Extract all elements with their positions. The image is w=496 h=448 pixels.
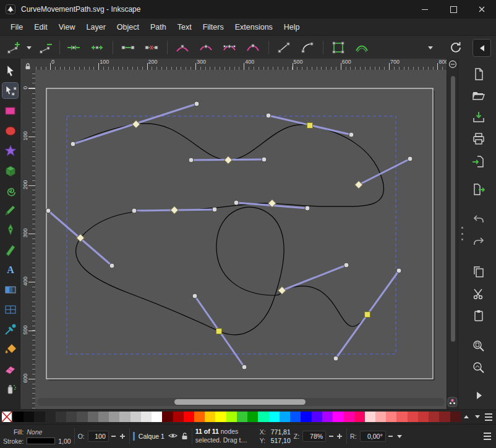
fill-stroke-indicator[interactable]: Fill: None Stroke: 1,00: [3, 428, 71, 445]
palette-swatch[interactable]: [365, 412, 375, 422]
control-handle[interactable]: [333, 356, 338, 361]
import-button[interactable]: [471, 154, 487, 170]
palette-swatch[interactable]: [162, 412, 173, 422]
menu-object[interactable]: Object: [111, 20, 145, 34]
control-handle[interactable]: [71, 142, 75, 146]
corner-node-button[interactable]: [174, 40, 190, 56]
auto-smooth-node-button[interactable]: [245, 40, 261, 56]
rotation-decrease-button[interactable]: [387, 431, 395, 442]
palette-swatch[interactable]: [375, 412, 386, 422]
join-nodes-button[interactable]: [66, 40, 82, 56]
pencil-tool[interactable]: [2, 202, 18, 218]
line-segment-button[interactable]: [276, 40, 292, 56]
collapse-panel-button[interactable]: [472, 39, 491, 57]
palette-swatch[interactable]: [130, 412, 141, 422]
control-handle[interactable]: [212, 207, 217, 212]
palette-swatch[interactable]: [77, 412, 87, 422]
duplicate-button[interactable]: [471, 264, 487, 280]
control-handle[interactable]: [192, 294, 197, 298]
drawing-svg[interactable]: [35, 70, 447, 409]
palette-swatch[interactable]: [343, 412, 354, 422]
menu-file[interactable]: File: [5, 20, 28, 34]
horizontal-scrollbar-thumb[interactable]: [174, 399, 306, 405]
path-node-square[interactable]: [365, 312, 370, 318]
palette-swatch[interactable]: [88, 412, 98, 422]
export-button[interactable]: [471, 182, 487, 198]
insert-node-button[interactable]: [6, 40, 22, 56]
symmetric-node-button[interactable]: [221, 40, 237, 56]
palette-swatch[interactable]: [226, 412, 237, 422]
palette-menu-button[interactable]: [483, 412, 494, 423]
path-node-square[interactable]: [307, 123, 313, 129]
palette-swatch[interactable]: [215, 412, 226, 422]
control-handle[interactable]: [242, 365, 247, 370]
zoom-increase-button[interactable]: [336, 431, 343, 442]
palette-swatch[interactable]: [439, 412, 450, 422]
zoom-field[interactable]: 78%: [302, 431, 326, 442]
insert-node-options-button[interactable]: [25, 40, 33, 56]
palette-swatch[interactable]: [396, 412, 407, 422]
palette-scroll-up[interactable]: [461, 412, 472, 423]
palette-none-swatch[interactable]: [2, 412, 12, 422]
join-with-segment-button[interactable]: [120, 40, 136, 56]
palette-swatch[interactable]: [269, 412, 280, 422]
palette-swatch[interactable]: [194, 412, 205, 422]
minimize-button[interactable]: [411, 0, 439, 19]
palette-swatch[interactable]: [312, 412, 322, 422]
rotation-field[interactable]: 0,00°: [360, 431, 386, 442]
palette-swatch[interactable]: [333, 412, 343, 422]
menu-path[interactable]: Path: [145, 20, 172, 34]
palette-swatch[interactable]: [184, 412, 194, 422]
canvas[interactable]: [35, 70, 447, 409]
palette-swatch[interactable]: [386, 412, 396, 422]
palette-swatch[interactable]: [205, 412, 215, 422]
control-handle[interactable]: [189, 158, 194, 163]
layer-lock-toggle[interactable]: [181, 432, 189, 441]
selector-tool[interactable]: [2, 63, 18, 78]
palette-swatch[interactable]: [34, 412, 45, 422]
vertical-scrollbar[interactable]: [447, 59, 458, 409]
maximize-button[interactable]: [439, 0, 468, 19]
menu-help[interactable]: Help: [278, 20, 306, 34]
palette-swatch[interactable]: [152, 412, 162, 422]
palette-swatch[interactable]: [408, 412, 418, 422]
palette-swatch[interactable]: [45, 412, 56, 422]
palette-swatch[interactable]: [280, 412, 290, 422]
control-handle[interactable]: [266, 113, 271, 118]
palette-swatch[interactable]: [322, 412, 333, 422]
smooth-node-button[interactable]: [198, 40, 214, 56]
redo-button[interactable]: [471, 234, 487, 250]
stroke-to-path-button[interactable]: [354, 40, 370, 56]
palette-swatch[interactable]: [141, 412, 152, 422]
palette-swatch[interactable]: [13, 412, 24, 422]
zoom-decrease-button[interactable]: [327, 431, 335, 442]
palette-swatch[interactable]: [237, 412, 247, 422]
menu-text[interactable]: Text: [172, 20, 197, 34]
layer-name[interactable]: Calque 1: [139, 433, 165, 440]
cms-adjust-toggle[interactable]: [448, 59, 458, 72]
palette-swatch[interactable]: [354, 412, 365, 422]
spiral-tool[interactable]: [2, 182, 18, 198]
star-tool[interactable]: [2, 143, 18, 158]
control-handle[interactable]: [46, 208, 51, 213]
vertical-scrollbar-thumb[interactable]: [451, 76, 455, 342]
rotation-options-button[interactable]: [396, 431, 403, 442]
menu-layer[interactable]: Layer: [81, 20, 111, 34]
stroke-swatch[interactable]: [27, 437, 55, 444]
palette-swatch[interactable]: [98, 412, 109, 422]
palette-swatch[interactable]: [429, 412, 439, 422]
curve-segment-button[interactable]: [299, 40, 315, 56]
mesh-tool[interactable]: [2, 302, 18, 317]
layer-visibility-toggle[interactable]: [168, 432, 177, 441]
delete-segment-button[interactable]: [143, 40, 160, 56]
control-handle[interactable]: [396, 268, 401, 273]
opacity-increase-button[interactable]: [119, 431, 126, 442]
print-button[interactable]: [471, 131, 487, 147]
path-node-square[interactable]: [216, 329, 222, 334]
delete-node-button[interactable]: [38, 40, 54, 56]
fill-value[interactable]: None: [27, 428, 71, 436]
box3d-tool[interactable]: [2, 163, 18, 178]
expand-panel-button[interactable]: [471, 387, 487, 404]
menu-extensions[interactable]: Extensions: [229, 20, 278, 34]
menu-view[interactable]: View: [53, 20, 81, 34]
